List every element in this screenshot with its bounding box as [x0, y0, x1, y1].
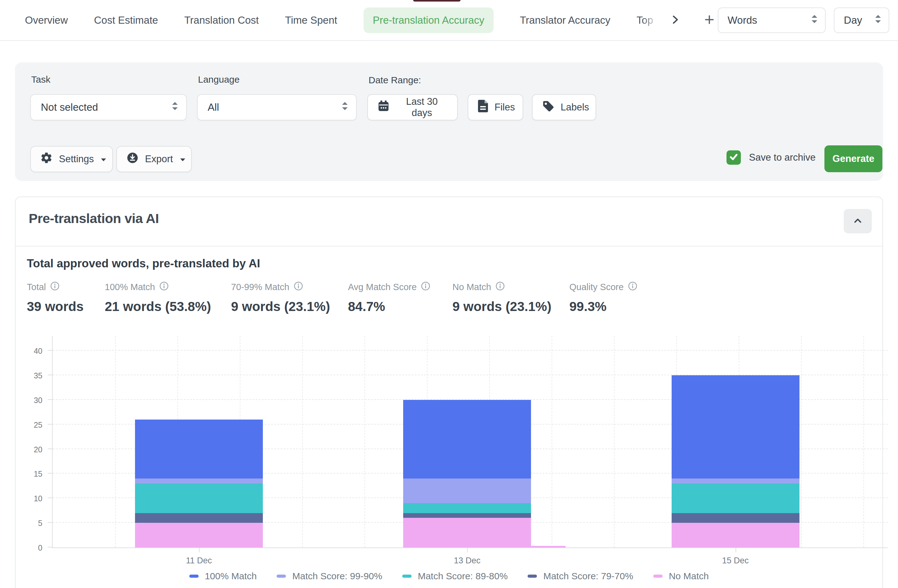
legend-label: Match Score: 99-90% — [292, 571, 382, 582]
v-gridline — [801, 336, 802, 548]
bar-segment-match-score-89-80-[interactable] — [135, 483, 263, 513]
tab-overview[interactable]: Overview — [25, 8, 68, 33]
bar-segment-match-score-89-80-[interactable] — [403, 503, 531, 513]
v-gridline — [863, 336, 864, 548]
labels-filter-button[interactable]: Labels — [532, 94, 596, 120]
stat-label-text: Quality Score — [569, 282, 624, 292]
stat-label-text: 70-99% Match — [231, 282, 289, 292]
info-icon[interactable] — [159, 282, 169, 293]
v-gridline — [364, 336, 365, 548]
add-report-tab-button[interactable] — [701, 11, 718, 29]
y-tick-label: 15 — [15, 469, 42, 479]
bar-segment-match-score-79-70-[interactable] — [135, 513, 263, 523]
date-range-button[interactable]: Last 30 days — [367, 94, 458, 120]
stat-value: 84.7% — [348, 299, 452, 314]
tab-top[interactable]: Top — [637, 8, 660, 33]
x-tick-mark — [735, 548, 736, 553]
info-icon[interactable] — [628, 282, 637, 293]
y-tick-label: 5 — [15, 519, 42, 528]
summary-stats-row: Total39 words100% Match21 words (53.8%)7… — [27, 282, 637, 314]
bar-segment-100-match[interactable] — [672, 375, 800, 479]
save-to-archive-checkbox[interactable] — [726, 150, 741, 165]
files-filter-button[interactable]: Files — [468, 94, 523, 120]
y-tick-mark — [48, 449, 53, 449]
info-icon[interactable] — [421, 282, 430, 293]
y-tick-mark — [48, 350, 53, 351]
legend-label: 100% Match — [205, 571, 257, 582]
y-tick-mark — [48, 547, 53, 548]
y-tick-label: 20 — [15, 445, 42, 454]
bar-segment-match-score-99-90-[interactable] — [135, 479, 263, 483]
micro-bar-segment[interactable] — [525, 546, 566, 548]
tab-time-spent[interactable]: Time Spent — [285, 8, 337, 33]
x-tick-mark — [467, 548, 468, 553]
info-icon[interactable] — [50, 282, 60, 293]
y-tick-mark — [48, 473, 53, 474]
collapse-section-button[interactable] — [844, 209, 872, 233]
legend-marker — [189, 574, 198, 578]
legend-item-match-score-89-80-[interactable]: Match Score: 89-80% — [402, 571, 507, 582]
stat-label-text: Avg Match Score — [348, 282, 417, 292]
y-tick-label: 10 — [15, 494, 42, 503]
tab-scroll-right-button[interactable] — [667, 12, 683, 28]
legend-marker — [402, 574, 412, 578]
calendar-icon — [377, 100, 390, 115]
legend-label: Match Score: 89-80% — [418, 571, 507, 582]
bar-segment-100-match[interactable] — [403, 400, 531, 479]
legend-item-match-score-99-90-[interactable]: Match Score: 99-90% — [277, 571, 382, 582]
bar-segment-match-score-99-90-[interactable] — [672, 479, 800, 483]
stat-label: Avg Match Score — [348, 282, 452, 293]
bar-segment-100-match[interactable] — [135, 420, 263, 479]
labels-button-label: Labels — [561, 102, 589, 113]
bar-segment-match-score-99-90-[interactable] — [403, 479, 531, 503]
y-tick-label: 25 — [15, 420, 42, 429]
bar-segment-no-match[interactable] — [135, 523, 263, 548]
bar-segment-match-score-79-70-[interactable] — [403, 513, 531, 518]
bar-segment-no-match[interactable] — [403, 518, 531, 548]
stat-value: 39 words — [27, 299, 105, 314]
settings-button[interactable]: Settings — [30, 146, 113, 172]
top-dark-strip — [413, 0, 461, 2]
stat-100-match: 100% Match21 words (53.8%) — [105, 282, 231, 314]
bar-segment-match-score-89-80-[interactable] — [672, 483, 800, 513]
legend-item-match-score-79-70-[interactable]: Match Score: 79-70% — [527, 571, 633, 582]
legend-item-no-match[interactable]: No Match — [653, 571, 709, 582]
tab-translation-cost[interactable]: Translation Cost — [184, 8, 259, 33]
v-gridline — [302, 336, 303, 548]
language-select[interactable]: All — [197, 94, 357, 120]
chevron-up-icon — [853, 217, 863, 226]
stat-label: 70-99% Match — [231, 282, 348, 293]
tab-cost-estimate[interactable]: Cost Estimate — [94, 8, 158, 33]
y-tick-label: 30 — [15, 396, 42, 405]
x-tick-mark — [199, 548, 200, 553]
y-tick-label: 0 — [15, 543, 42, 553]
bar-segment-no-match[interactable] — [672, 523, 800, 548]
tab-pre-translation-accuracy[interactable]: Pre-translation Accuracy — [364, 8, 494, 33]
bar-segment-match-score-79-70-[interactable] — [672, 513, 800, 523]
y-tick-label: 35 — [15, 371, 42, 380]
export-button[interactable]: Export — [116, 146, 192, 172]
card-title: Pre-translation via AI — [29, 211, 159, 226]
stat-no-match: No Match9 words (23.1%) — [452, 282, 569, 314]
stat-label-text: No Match — [452, 282, 491, 292]
y-tick-mark — [48, 399, 53, 400]
task-select[interactable]: Not selected — [30, 94, 187, 120]
legend-label: Match Score: 79-70% — [543, 571, 633, 582]
tab-translator-accuracy[interactable]: Translator Accuracy — [520, 8, 610, 33]
y-tick-label: 40 — [15, 346, 42, 356]
stat-value: 99.3% — [569, 299, 637, 314]
y-tick-mark — [48, 375, 53, 375]
generate-button[interactable]: Generate — [824, 145, 883, 172]
period-select[interactable]: Day — [834, 8, 889, 33]
info-icon[interactable] — [294, 282, 303, 293]
tag-icon — [542, 100, 554, 115]
legend-marker — [277, 574, 286, 578]
chart-section-heading: Total approved words, pre-translated by … — [27, 257, 260, 270]
date-range-value: Last 30 days — [396, 96, 448, 119]
pretranslation-report-card: Pre-translation via AI Total approved wo… — [15, 197, 883, 588]
legend-item-100-match[interactable]: 100% Match — [189, 571, 257, 582]
info-icon[interactable] — [495, 282, 505, 293]
file-icon — [478, 100, 488, 115]
unit-select[interactable]: Words — [718, 8, 826, 33]
stat-70-99-match: 70-99% Match9 words (23.1%) — [231, 282, 348, 314]
